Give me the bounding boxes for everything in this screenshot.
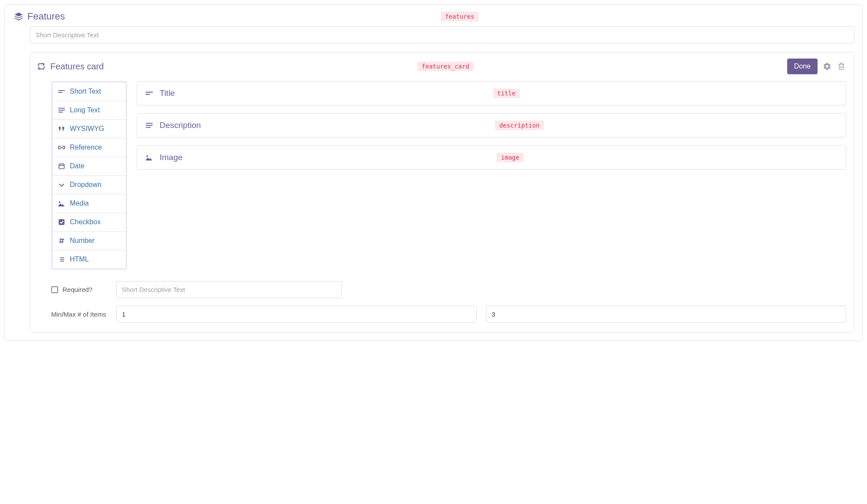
card-description-input[interactable] xyxy=(116,281,342,298)
required-label: Required? xyxy=(62,286,92,293)
min-items-input[interactable] xyxy=(116,306,477,323)
minmax-inputs xyxy=(116,306,846,323)
required-checkbox[interactable] xyxy=(51,286,58,293)
card-header: Features card features_card Done xyxy=(30,52,854,79)
svg-rect-5 xyxy=(59,164,64,169)
field-type-number[interactable]: Number xyxy=(52,232,126,250)
layers-icon xyxy=(13,12,25,21)
delete-button[interactable] xyxy=(837,61,846,72)
hash-icon xyxy=(58,237,65,244)
card-settings: Required? Min/Max # of Items xyxy=(30,275,854,332)
field-row-title[interactable]: Title title xyxy=(137,81,846,105)
panel-slug-badge: features xyxy=(441,12,478,21)
card-slug-wrap: features_card xyxy=(104,62,787,71)
short-text-icon xyxy=(145,91,155,96)
field-row-image[interactable]: Image image xyxy=(137,145,846,170)
calendar-icon xyxy=(58,163,65,170)
minmax-label: Min/Max # of Items xyxy=(51,311,116,318)
field-type-label: HTML xyxy=(70,255,89,263)
field-label: Image xyxy=(160,153,183,162)
field-slug-wrap: image xyxy=(183,153,838,162)
features-card-panel: Features card features_card Done xyxy=(30,52,854,333)
field-type-label: Checkbox xyxy=(70,218,101,226)
fields-column: Title title Description description xyxy=(137,81,846,270)
required-desc-wrap xyxy=(116,281,846,298)
image-icon xyxy=(58,200,65,206)
field-type-wysiwyg[interactable]: WYSIWYG xyxy=(52,120,126,138)
field-type-dropdown[interactable]: Dropdown xyxy=(52,176,126,194)
svg-rect-10 xyxy=(59,219,64,225)
field-slug-badge: image xyxy=(497,153,523,162)
field-type-label: WYSIWYG xyxy=(70,125,104,133)
card-slug-badge: features_card xyxy=(417,62,474,71)
card-body: Short Text Long Text WYSIWYG xyxy=(30,79,854,275)
svg-point-26 xyxy=(146,155,148,157)
field-type-reference[interactable]: Reference xyxy=(52,138,126,157)
repeater-icon xyxy=(37,62,47,70)
field-type-label: Long Text xyxy=(70,106,100,114)
minmax-row: Min/Max # of Items xyxy=(51,306,846,323)
field-type-label: Media xyxy=(70,200,89,207)
checkbox-icon xyxy=(58,219,65,226)
field-slug-badge: title xyxy=(493,88,520,98)
field-type-list: Short Text Long Text WYSIWYG xyxy=(51,81,127,270)
panel-header: Features features xyxy=(5,5,862,26)
features-panel: Features features Features card features… xyxy=(4,4,863,341)
max-items-input[interactable] xyxy=(486,306,847,323)
trash-icon xyxy=(838,62,845,71)
svg-line-14 xyxy=(62,238,63,243)
long-text-icon xyxy=(145,122,155,128)
panel-title: Features xyxy=(27,11,65,22)
svg-point-9 xyxy=(59,201,61,203)
field-type-html[interactable]: HTML xyxy=(52,250,126,268)
card-title: Features card xyxy=(50,62,104,72)
gear-icon xyxy=(823,62,831,71)
field-label: Description xyxy=(160,121,201,130)
card-actions: Done xyxy=(787,59,846,74)
panel-slug-wrap: features xyxy=(65,12,854,21)
done-button[interactable]: Done xyxy=(787,59,818,74)
settings-button[interactable] xyxy=(822,61,832,72)
link-icon xyxy=(58,144,65,151)
field-label: Title xyxy=(160,88,175,98)
field-type-label: Number xyxy=(70,237,95,245)
field-type-date[interactable]: Date xyxy=(52,157,126,176)
field-type-label: Date xyxy=(70,162,85,170)
required-row: Required? xyxy=(51,281,846,298)
field-type-short-text[interactable]: Short Text xyxy=(52,82,126,101)
svg-line-13 xyxy=(60,238,61,243)
field-slug-wrap: description xyxy=(201,121,838,130)
field-type-long-text[interactable]: Long Text xyxy=(52,101,126,120)
panel-description-input[interactable] xyxy=(30,26,854,43)
required-checkbox-group[interactable]: Required? xyxy=(51,286,116,293)
panel-body: Features card features_card Done xyxy=(5,26,862,340)
long-text-icon xyxy=(58,107,65,113)
field-type-media[interactable]: Media xyxy=(52,194,126,213)
field-type-label: Short Text xyxy=(70,88,101,95)
field-slug-badge: description xyxy=(495,121,544,130)
list-icon xyxy=(58,256,65,262)
field-type-checkbox[interactable]: Checkbox xyxy=(52,213,126,232)
field-row-description[interactable]: Description description xyxy=(137,113,846,137)
field-slug-wrap: title xyxy=(175,88,838,98)
field-type-label: Reference xyxy=(70,144,102,151)
short-text-icon xyxy=(58,89,65,94)
chevron-down-icon xyxy=(58,182,65,188)
quotes-icon xyxy=(58,126,65,132)
image-icon xyxy=(145,154,155,160)
field-type-label: Dropdown xyxy=(70,181,101,189)
